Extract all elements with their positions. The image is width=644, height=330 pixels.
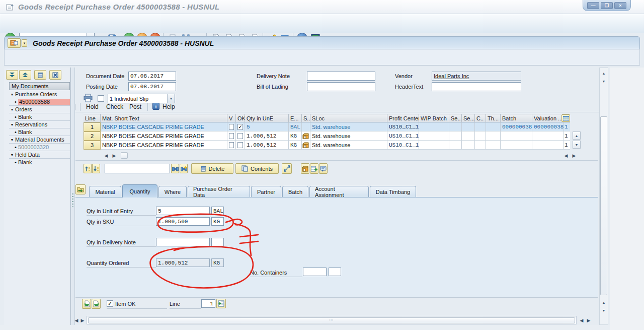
vscroll-up-icon[interactable]: ▲ [600, 299, 607, 306]
qty-cell[interactable]: 5 [245, 122, 289, 131]
hscroll-right-icon[interactable]: ▶ [586, 316, 592, 324]
stock-type-cell[interactable] [302, 141, 310, 150]
restore-button[interactable]: ❐ [601, 2, 613, 9]
col-s[interactable]: S.. [302, 114, 310, 122]
material-text-cell[interactable]: NBKP BOISE CASCADE PRIME GRADE [101, 131, 227, 141]
posting-date-field[interactable]: 07.08.2017 [128, 82, 176, 91]
table-scroll-up-icon[interactable]: ▲ [573, 131, 581, 140]
tree-node-label[interactable]: Held Data [15, 152, 40, 158]
close-button[interactable]: × [614, 2, 626, 9]
slip-type-combo[interactable]: 1 Individual Slip ▼ [108, 94, 175, 103]
print-slip-icon[interactable] [83, 94, 93, 102]
sidebar-splitter[interactable] [71, 68, 74, 325]
valuation-cell[interactable] [532, 141, 564, 150]
tree-leaf-label[interactable]: Blank [18, 159, 32, 165]
col-c[interactable]: C.. [475, 114, 486, 122]
tree-node-label[interactable]: Reservations [15, 121, 47, 127]
print-slip-checkbox[interactable] [98, 95, 104, 102]
header-text-field[interactable] [432, 82, 521, 91]
tree-node-orders[interactable]: ▼ Orders [9, 106, 70, 113]
item-detail-icon[interactable] [216, 299, 226, 308]
tab-material[interactable]: Material [89, 186, 121, 197]
se-cell[interactable] [449, 122, 462, 131]
line-number-cell[interactable]: 2 [84, 131, 101, 141]
hscroll-right-icon[interactable]: ▶ [79, 316, 86, 324]
batch-cell[interactable] [501, 131, 532, 141]
v-cell[interactable] [227, 122, 236, 131]
vscroll-up-icon[interactable]: ▲ [600, 70, 607, 77]
collapse-all-icon[interactable] [19, 70, 31, 80]
hold-button[interactable]: Hold [84, 102, 101, 111]
table-scroll-right-icon[interactable]: ▶ [571, 152, 578, 159]
se-cell[interactable] [462, 122, 475, 131]
n-cell[interactable]: 1 [564, 141, 570, 150]
ok-cell[interactable] [236, 131, 245, 141]
tab-data-timbang[interactable]: Data Timbang [370, 186, 416, 197]
delivery-note-field[interactable] [307, 72, 375, 81]
delete-button[interactable]: Delete [191, 163, 233, 174]
se-cell[interactable] [449, 141, 462, 150]
se-cell[interactable] [449, 131, 462, 141]
tab-batch[interactable]: Batch [282, 186, 308, 197]
details-display-icon[interactable] [319, 163, 328, 174]
col-ok[interactable]: OK [236, 114, 245, 122]
next-item-icon[interactable] [92, 299, 101, 309]
v-cell[interactable] [227, 131, 236, 141]
tree-leaf-label[interactable]: Blank [18, 114, 32, 120]
hscroll-left-icon[interactable]: ◀ [579, 316, 585, 324]
qty-sku-field[interactable]: 1.000,500 [156, 217, 210, 226]
stock-type-cell[interactable] [302, 122, 310, 131]
tree-leaf-matdoc-5000003320[interactable]: • 5000003320 [9, 144, 70, 151]
line-number-field[interactable]: 1 [201, 299, 215, 308]
help-button[interactable]: Help [160, 102, 177, 111]
profit-center-cell[interactable]: US10_C1_1 [387, 122, 419, 131]
tree-node-label[interactable]: Purchase Orders [15, 91, 57, 97]
splitter-grip[interactable] [72, 193, 73, 207]
valuation-cell[interactable]: 0000000381 [532, 122, 564, 131]
unit-cell[interactable]: BAL [289, 122, 302, 131]
item-ok-checkbox[interactable]: ✓ [107, 300, 113, 307]
tree-leaf-label[interactable]: Blank [18, 129, 32, 135]
unit-cell[interactable]: KG [289, 131, 302, 141]
no-containers-unit[interactable] [329, 268, 341, 276]
profit-center-cell[interactable]: US10_C1_1 [387, 131, 419, 141]
expand-all-icon[interactable] [6, 70, 18, 80]
material-text-cell[interactable]: NBKP BOISE CASCADE PRIME GRADE [101, 122, 227, 131]
qty-sku-unit[interactable]: KG [211, 217, 224, 226]
table-hscroll-thumb[interactable] [121, 152, 128, 159]
col-qty-une[interactable]: Qty in UnE [245, 114, 289, 122]
th-cell[interactable] [486, 131, 501, 141]
col-th[interactable]: Th... [486, 114, 501, 122]
col-se2[interactable]: Se... [462, 114, 475, 122]
warehouse-stock-icon[interactable] [301, 163, 309, 174]
vendor-value[interactable]: Ideal Parts Inc [434, 73, 469, 79]
batch-cell[interactable] [501, 141, 532, 150]
contents-button[interactable]: Contents [235, 163, 279, 174]
se-cell[interactable] [462, 131, 475, 141]
tree-leaf-label[interactable]: 4500003588 [18, 99, 70, 105]
col-sloc[interactable]: SLoc [310, 114, 387, 122]
col-wip-batch[interactable]: WIP Batch [419, 114, 449, 122]
col-profit-center[interactable]: Profit Center [387, 114, 419, 122]
col-v[interactable]: V [227, 114, 236, 122]
expand-collapse-icon[interactable] [282, 163, 292, 174]
table-scroll-left-icon[interactable]: ◀ [562, 152, 570, 159]
c-cell[interactable] [475, 141, 486, 150]
v-cell[interactable] [227, 141, 236, 150]
table-settings-icon[interactable] [561, 114, 570, 122]
tree-leaf-label[interactable]: 5000003320 [18, 144, 49, 150]
line-number-cell[interactable]: 1 [84, 122, 101, 131]
wip-batch-cell[interactable] [419, 122, 449, 131]
tree-leaf-held-blank[interactable]: • Blank [9, 159, 70, 166]
batch-cell[interactable]: 0000000381 [501, 122, 532, 131]
document-date-field[interactable]: 07.08.2017 [128, 72, 176, 81]
stock-type-cell[interactable] [302, 131, 310, 141]
tab-account-assignment[interactable]: Account Assignment [309, 186, 369, 197]
hscroll-left-icon[interactable]: ◀ [73, 316, 79, 324]
detail-data-folder-icon[interactable] [75, 184, 86, 194]
th-cell[interactable] [486, 141, 501, 150]
se-cell[interactable] [462, 141, 475, 150]
tree-node-held-data[interactable]: ▼ Held Data [9, 151, 70, 159]
close-overview-icon[interactable] [49, 70, 61, 80]
tree-node-reservations[interactable]: ▼ Reservations [9, 121, 70, 128]
